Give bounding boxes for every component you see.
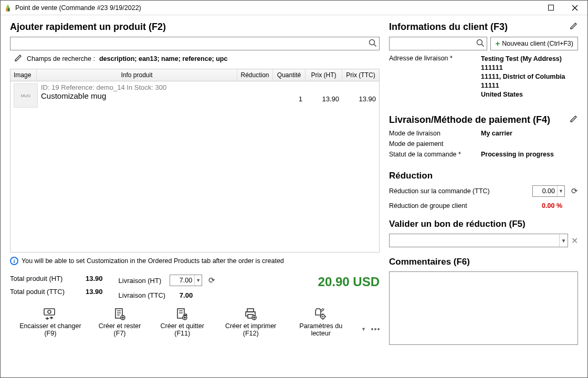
- clear-voucher-icon[interactable]: ✕: [571, 236, 578, 246]
- col-discount[interactable]: Réduction: [237, 69, 273, 81]
- search-icon[interactable]: [369, 39, 377, 49]
- svg-rect-0: [548, 5, 553, 10]
- chevron-down-icon[interactable]: ▼: [557, 186, 564, 196]
- search-fields-row: Champs de recherche : description; ean13…: [10, 54, 380, 64]
- voucher-combo[interactable]: ▼: [389, 234, 568, 247]
- voucher-input[interactable]: [390, 234, 559, 247]
- info-icon: i: [10, 257, 18, 265]
- create-and-stay-button[interactable]: Créer et rester (F7): [93, 307, 147, 337]
- create-and-print-button[interactable]: Créer et imprimer (F12): [218, 307, 284, 337]
- col-price-ht[interactable]: Prix (HT): [306, 69, 342, 81]
- shipping-ht-input[interactable]: ▼: [170, 275, 202, 286]
- address-value: Testing Test (My Address) 111111 11111, …: [481, 55, 578, 99]
- total-product-ttc: 13.90: [86, 288, 103, 296]
- edit-fields-icon[interactable]: [14, 54, 23, 64]
- svg-rect-5: [44, 309, 55, 315]
- search-fields-label: Champs de recherche :: [27, 55, 95, 62]
- col-info[interactable]: Info produit: [37, 69, 237, 81]
- svg-point-6: [48, 310, 51, 313]
- chevron-down-icon[interactable]: ▼: [559, 234, 568, 247]
- svg-point-27: [322, 316, 324, 318]
- product-meta: ID: 19 Reference: demo_14 In Stock: 300: [41, 83, 234, 91]
- edit-client-icon[interactable]: [570, 22, 578, 33]
- total-product-ttc-label: Total poduit (TTC): [10, 288, 65, 296]
- shipping-ht-label: Livraison (HT): [119, 277, 166, 285]
- shipping-ttc-label: Livraison (TTC): [119, 291, 166, 299]
- table-row[interactable]: MUG ID: 19 Reference: demo_14 In Stock: …: [10, 81, 379, 110]
- grand-total: 20.90 USD: [215, 275, 380, 289]
- chevron-down-icon[interactable]: ▼: [194, 275, 202, 286]
- client-info-title: Informations du client (F3): [389, 22, 508, 33]
- address-label: Adresse de livraison *: [389, 55, 481, 99]
- delivery-mode-label: Mode de livraison: [389, 130, 481, 137]
- delivery-payment-title: Livraison/Méthode de paiement (F4): [389, 114, 550, 125]
- window-title: Point de vente (Commande #23 9/19/2022): [15, 4, 541, 12]
- edit-delivery-icon[interactable]: [570, 114, 578, 125]
- svg-point-3: [370, 40, 375, 45]
- svg-point-32: [477, 40, 482, 45]
- customization-note: i You will be able to set Customization …: [10, 257, 380, 265]
- app-logo-icon: [4, 4, 12, 12]
- client-search-input[interactable]: [389, 37, 487, 50]
- col-image[interactable]: Image: [10, 69, 37, 81]
- window-maximize-button[interactable]: [541, 2, 560, 14]
- cell-discount: [234, 83, 270, 95]
- quick-add-title: Ajouter rapidement un produit (F2): [10, 22, 380, 33]
- svg-line-33: [482, 44, 484, 46]
- plus-icon: +: [495, 40, 500, 47]
- refresh-icon[interactable]: ⟳: [208, 276, 215, 285]
- product-thumbnail: MUG: [14, 83, 38, 108]
- svg-rect-20: [247, 309, 254, 312]
- payment-mode-label: Mode de paiement: [389, 140, 481, 148]
- search-icon[interactable]: [476, 39, 485, 49]
- discount-order-input[interactable]: ▼: [532, 185, 565, 197]
- toolbar-overflow-button[interactable]: ▼: [360, 327, 380, 337]
- quick-add-search-input[interactable]: [10, 37, 380, 50]
- cell-qty: 1: [270, 83, 302, 103]
- discount-group-label: Réduction de groupe client: [389, 202, 538, 209]
- search-fields-value: description; ean13; name; reference; upc: [99, 55, 228, 62]
- products-grid: Image Info produit Réduction Quantité Pr…: [10, 69, 380, 253]
- cell-price-ttc: 13.90: [339, 83, 376, 103]
- comments-title: Commentaires (F6): [389, 257, 578, 267]
- create-and-quit-button[interactable]: Créer et quitter (F11): [153, 307, 212, 337]
- new-client-button[interactable]: + Nouveau client (Ctrl+F3): [490, 37, 578, 50]
- svg-line-4: [374, 44, 376, 46]
- delivery-mode-value: My carrier: [481, 130, 578, 137]
- total-product-ht: 13.90: [86, 275, 103, 282]
- titlebar: Point de vente (Commande #23 9/19/2022): [1, 1, 587, 15]
- refresh-icon[interactable]: ⟳: [571, 186, 578, 196]
- document-plus-icon: [113, 307, 126, 321]
- document-exit-icon: [175, 307, 189, 321]
- discount-title: Réduction: [389, 171, 578, 181]
- cash-and-change-button[interactable]: Encaisser et changer (F9): [14, 307, 87, 337]
- voucher-title: Valider un bon de réduction (F5): [389, 219, 578, 229]
- discount-order-label: Réduction sur la commande (TTC): [389, 187, 528, 195]
- product-name: Customizable mug: [41, 91, 234, 100]
- payment-mode-value: [481, 140, 578, 148]
- order-status-label: Statut de la commande *: [389, 151, 481, 158]
- cash-icon: [43, 307, 58, 321]
- shipping-ttc: 7.00: [170, 291, 202, 299]
- order-status-value: Processing in progress: [481, 151, 578, 158]
- printer-plus-icon: [244, 307, 258, 321]
- barcode-gear-icon: [313, 307, 328, 321]
- total-product-ht-label: Total produit (HT): [10, 275, 65, 282]
- cell-price-ht: 13.90: [302, 83, 339, 103]
- col-quantity[interactable]: Quantité: [273, 69, 306, 81]
- window-close-button[interactable]: [565, 2, 584, 14]
- comments-textarea[interactable]: [389, 271, 578, 345]
- reader-settings-button[interactable]: Paramètres du lecteur: [290, 307, 352, 337]
- discount-group-value: 0.00 %: [542, 202, 562, 209]
- col-price-ttc[interactable]: Prix (TTC): [342, 69, 379, 81]
